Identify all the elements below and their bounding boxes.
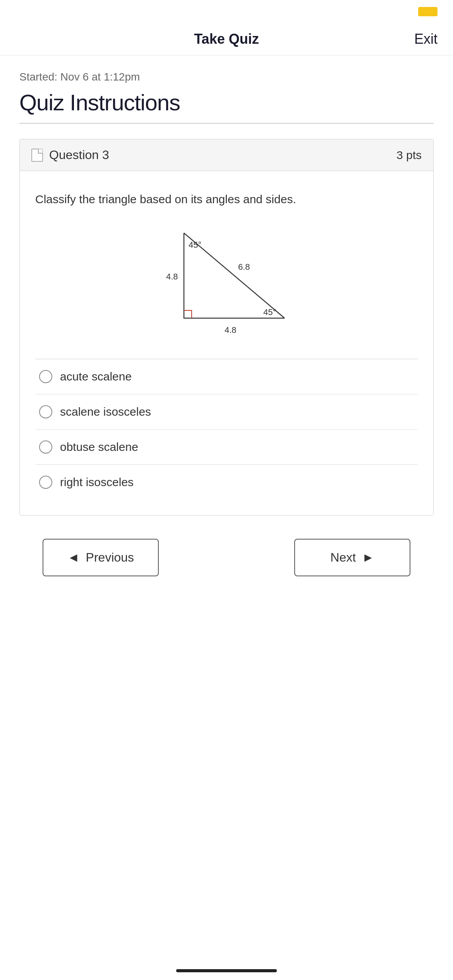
answer-option-3[interactable]: obtuse scalene: [35, 430, 418, 465]
exit-button[interactable]: Exit: [414, 31, 438, 47]
answer-option-4[interactable]: right isosceles: [35, 465, 418, 500]
option-label-1: acute scalene: [60, 370, 132, 383]
radio-button-3[interactable]: [39, 440, 52, 454]
battery-icon: [418, 7, 438, 16]
previous-button[interactable]: ◄ Previous: [43, 539, 159, 576]
prev-arrow-icon: ◄: [67, 550, 80, 565]
option-label-4: right isosceles: [60, 476, 134, 489]
answer-options: acute scalene scalene isosceles obtuse s…: [35, 359, 418, 500]
main-content: Started: Nov 6 at 1:12pm Quiz Instructio…: [0, 55, 453, 607]
svg-text:4.8: 4.8: [166, 272, 178, 281]
question-text: Classify the triangle based on its angle…: [35, 190, 418, 208]
option-label-3: obtuse scalene: [60, 440, 138, 454]
question-points: 3 pts: [396, 149, 422, 162]
svg-text:4.8: 4.8: [225, 325, 237, 335]
started-label: Started: Nov 6 at 1:12pm: [19, 71, 434, 83]
triangle-svg: 45° 45° 4.8 6.8 4.8: [153, 223, 300, 339]
question-body: Classify the triangle based on its angle…: [20, 171, 433, 515]
next-label: Next: [330, 550, 356, 565]
question-number: Question 3: [49, 148, 109, 162]
navigation-buttons: ◄ Previous Next ►: [19, 523, 434, 592]
title-divider: [19, 123, 434, 123]
question-card: Question 3 3 pts Classify the triangle b…: [19, 139, 434, 516]
page-title: Take Quiz: [194, 31, 259, 47]
triangle-diagram: 45° 45° 4.8 6.8 4.8: [35, 223, 418, 339]
svg-text:6.8: 6.8: [238, 262, 250, 272]
question-header: Question 3 3 pts: [20, 139, 433, 171]
answer-option-1[interactable]: acute scalene: [35, 359, 418, 394]
next-arrow-icon: ►: [362, 550, 374, 565]
radio-button-4[interactable]: [39, 476, 52, 489]
radio-button-2[interactable]: [39, 405, 52, 418]
previous-label: Previous: [86, 550, 134, 565]
svg-text:45°: 45°: [189, 240, 201, 250]
answer-option-2[interactable]: scalene isosceles: [35, 394, 418, 430]
svg-text:45°: 45°: [263, 307, 276, 317]
next-button[interactable]: Next ►: [294, 539, 410, 576]
home-indicator: [176, 969, 277, 972]
quiz-title: Quiz Instructions: [19, 89, 434, 115]
document-icon: [31, 149, 43, 162]
radio-button-1[interactable]: [39, 370, 52, 383]
status-bar: [0, 0, 453, 23]
question-label-left: Question 3: [31, 148, 109, 162]
header: Take Quiz Exit: [0, 23, 453, 55]
option-label-2: scalene isosceles: [60, 405, 151, 418]
